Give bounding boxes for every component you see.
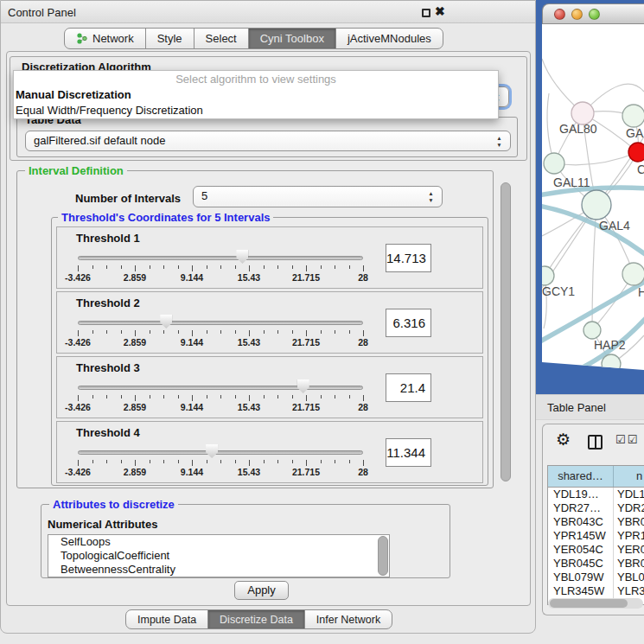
slider-tick-label: 15.43 bbox=[238, 467, 260, 477]
slider-tick bbox=[78, 395, 79, 401]
dropdown-option-manual-discretization[interactable]: Manual Discretization bbox=[14, 87, 498, 103]
slider-tick-label: 28 bbox=[358, 272, 368, 283]
threshold-value-field[interactable]: 21.4 bbox=[386, 373, 431, 402]
window-title: Control Panel bbox=[8, 6, 76, 19]
column-header-shared-name[interactable]: shared… bbox=[548, 466, 614, 487]
slider-tick-label: -3.426 bbox=[65, 402, 91, 412]
list-vertical-scrollbar[interactable] bbox=[378, 536, 388, 576]
cell-shared-name[interactable]: YBR043C bbox=[548, 515, 614, 529]
network-node-node-red[interactable] bbox=[628, 143, 644, 162]
network-node-hap2[interactable] bbox=[583, 322, 601, 339]
minimize-traffic-light[interactable] bbox=[571, 9, 583, 20]
cell-name[interactable]: YER0 bbox=[614, 543, 644, 557]
split-columns-icon[interactable] bbox=[588, 435, 603, 450]
threshold-list: Threshold 1-3.4262.8599.14415.4321.71528… bbox=[56, 226, 483, 483]
slider-tick bbox=[363, 330, 364, 336]
slider-tick-label: 28 bbox=[358, 337, 368, 348]
network-node-gcy1[interactable] bbox=[542, 266, 554, 285]
dropdown-prompt: Select algorithm to view settings bbox=[14, 71, 498, 87]
network-node-gal4[interactable] bbox=[582, 190, 611, 220]
cell-shared-name[interactable]: YER054C bbox=[548, 543, 614, 557]
slider-thumb[interactable] bbox=[297, 379, 309, 393]
slider-thumb[interactable] bbox=[206, 444, 218, 458]
threshold-value-field[interactable]: 6.316 bbox=[386, 309, 431, 337]
slider-tick bbox=[163, 265, 164, 269]
cell-name[interactable]: YBR0 bbox=[614, 515, 644, 529]
threshold-value-field[interactable]: 11.344 bbox=[386, 438, 431, 467]
table-data-combobox[interactable]: galFiltered.sif default node ▲▼ bbox=[25, 131, 511, 151]
network-window-titlebar[interactable] bbox=[542, 3, 644, 24]
cell-name[interactable]: YDR2 bbox=[614, 501, 644, 515]
table-row[interactable]: YBL079WYBL0 bbox=[548, 571, 644, 584]
dropdown-option-equal-width-frequency[interactable]: Equal Width/Frequency Discretization bbox=[14, 103, 498, 118]
table-row[interactable]: YPR145WYPR1 bbox=[548, 529, 644, 543]
zoom-traffic-light[interactable] bbox=[589, 9, 600, 20]
cell-shared-name[interactable]: YDL19… bbox=[548, 488, 614, 501]
slider-thumb[interactable] bbox=[160, 315, 172, 328]
table-row[interactable]: YLR345WYLR3 bbox=[548, 584, 644, 598]
cell-shared-name[interactable]: YPR145W bbox=[548, 529, 614, 543]
column-checkbox-icons[interactable]: ☑☑ bbox=[615, 433, 639, 446]
slider-tick bbox=[163, 330, 164, 334]
table-row[interactable]: YBR045CYBR0 bbox=[548, 557, 644, 571]
table-horizontal-scrollbar[interactable] bbox=[548, 598, 643, 609]
slider-track[interactable] bbox=[78, 321, 363, 325]
tab-cyni-toolbox[interactable]: Cyni Toolbox bbox=[248, 28, 336, 49]
table-row[interactable]: YER054CYER0 bbox=[548, 543, 644, 557]
network-node-gal11[interactable] bbox=[544, 153, 564, 174]
slider-tick bbox=[264, 460, 265, 463]
attribute-list-item[interactable]: BetweennessCentrality bbox=[48, 563, 389, 577]
close-traffic-light[interactable] bbox=[554, 9, 565, 20]
table-row[interactable]: YDL19…YDL1 bbox=[548, 488, 644, 501]
tab-label: Select bbox=[206, 32, 237, 45]
panel-vertical-scrollbar[interactable] bbox=[501, 182, 511, 481]
slider-tick-label: -3.426 bbox=[65, 467, 91, 477]
table-panel-titlebar: Table Panel bbox=[536, 394, 644, 420]
network-node-node-right-mid[interactable] bbox=[622, 263, 644, 285]
float-window-icon[interactable] bbox=[422, 9, 430, 17]
node-attribute-table: shared… n YDL19…YDL1YDR27…YDR2YBR043CYBR… bbox=[547, 465, 644, 605]
cell-name[interactable]: YBR0 bbox=[614, 557, 644, 571]
tab-jactivemnodules[interactable]: jActiveMNodules bbox=[335, 28, 443, 49]
slider-track[interactable] bbox=[78, 450, 363, 455]
close-icon[interactable]: ✖ bbox=[435, 4, 445, 18]
slider-tick bbox=[150, 330, 150, 334]
tab-style[interactable]: Style bbox=[145, 28, 194, 49]
slider-tick bbox=[335, 395, 335, 399]
tab-select[interactable]: Select bbox=[194, 28, 249, 49]
slider-tick bbox=[121, 460, 122, 463]
threshold-value-field[interactable]: 14.713 bbox=[386, 244, 431, 272]
cell-name[interactable]: YPR1 bbox=[614, 529, 644, 543]
table-row[interactable]: YBR043CYBR0 bbox=[548, 515, 644, 529]
network-canvas[interactable]: GAL80GACGAL11GAL4HGCY1HAP2 bbox=[542, 24, 644, 370]
attribute-list-item[interactable]: SelfLoops bbox=[48, 535, 389, 549]
cell-shared-name[interactable]: YBL079W bbox=[548, 571, 614, 584]
tab-network[interactable]: Network bbox=[64, 28, 146, 49]
cell-shared-name[interactable]: YLR345W bbox=[548, 584, 614, 598]
threshold-panel-3: Threshold 3-3.4262.8599.14415.4321.71528… bbox=[56, 356, 483, 418]
cell-shared-name[interactable]: YBR045C bbox=[548, 557, 614, 571]
table-row[interactable]: YDR27…YDR2 bbox=[548, 501, 644, 515]
slider-tick bbox=[150, 265, 150, 269]
gear-icon[interactable]: ⚙ bbox=[556, 431, 571, 449]
slider-track[interactable] bbox=[78, 256, 363, 260]
table-horizontal-scrollbar-thumb[interactable] bbox=[550, 599, 628, 608]
tab-discretize-data[interactable]: Discretize Data bbox=[207, 609, 305, 629]
column-header-name[interactable]: n bbox=[614, 466, 644, 487]
slider-tick bbox=[92, 265, 93, 269]
slider-track[interactable] bbox=[78, 386, 363, 390]
network-node-label: C bbox=[637, 163, 644, 176]
apply-button[interactable]: Apply bbox=[234, 581, 289, 600]
slider-tick bbox=[92, 460, 93, 463]
number-of-intervals-combobox[interactable]: 5 ▲▼ bbox=[193, 186, 443, 207]
slider-thumb[interactable] bbox=[236, 250, 248, 264]
cell-name[interactable]: YBL0 bbox=[614, 571, 644, 584]
network-node-node-top-right[interactable] bbox=[622, 105, 644, 127]
slider-tick bbox=[106, 265, 107, 269]
tab-infer-network[interactable]: Infer Network bbox=[304, 609, 392, 629]
cell-name[interactable]: YLR3 bbox=[614, 584, 644, 598]
cell-name[interactable]: YDL1 bbox=[614, 488, 644, 501]
cell-shared-name[interactable]: YDR27… bbox=[548, 501, 614, 515]
tab-impute-data[interactable]: Impute Data bbox=[125, 609, 208, 629]
attribute-list-item[interactable]: TopologicalCoefficient bbox=[48, 549, 389, 563]
